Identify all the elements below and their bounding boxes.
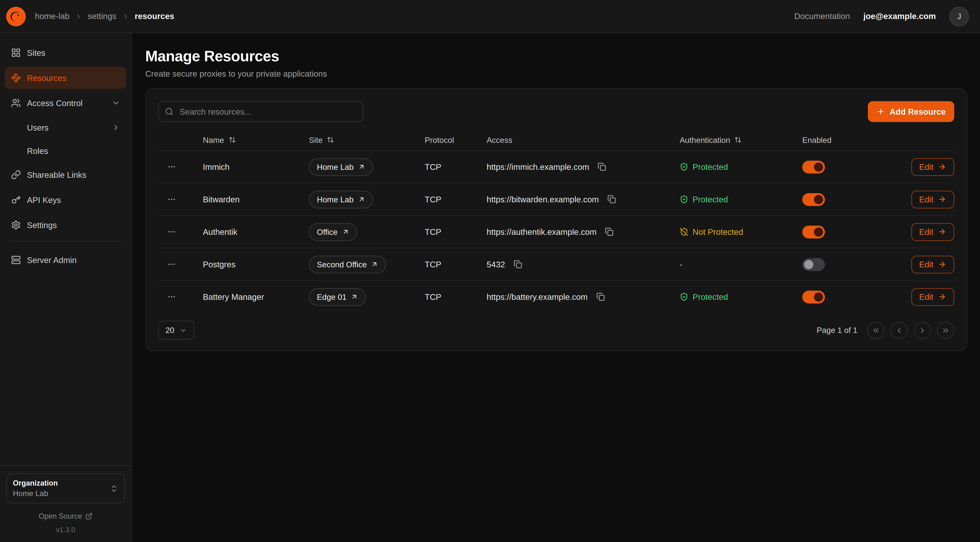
documentation-link[interactable]: Documentation	[794, 12, 850, 21]
sidebar-item-access-control[interactable]: Access Control	[5, 92, 126, 114]
link-icon	[11, 170, 21, 180]
breadcrumb-resources[interactable]: resources	[135, 12, 174, 21]
sidebar-item-label: Settings	[27, 220, 57, 230]
enabled-toggle[interactable]	[802, 161, 825, 173]
row-menu-button[interactable]	[163, 223, 180, 240]
enabled-toggle[interactable]	[802, 258, 825, 271]
sidebar-item-api-keys[interactable]: API Keys	[5, 189, 126, 211]
resource-protocol: TCP	[425, 227, 441, 236]
add-resource-button[interactable]: Add Resource	[868, 101, 954, 122]
enabled-toggle[interactable]	[802, 225, 825, 238]
arrow-right-icon	[938, 195, 946, 204]
arrow-right-icon	[938, 228, 946, 236]
app-logo-icon[interactable]	[6, 6, 26, 26]
sidebar-divider	[10, 241, 121, 242]
sidebar-item-shareable-links[interactable]: Shareable Links	[5, 164, 126, 186]
arrow-up-right-icon	[371, 261, 379, 268]
site-link[interactable]: Home Lab	[309, 158, 373, 176]
column-header-name[interactable]: Name	[203, 135, 309, 145]
site-link[interactable]: Edge 01	[309, 288, 366, 306]
auth-status: Protected	[680, 292, 728, 301]
sidebar-item-resources[interactable]: Resources	[5, 67, 126, 89]
copy-button[interactable]	[595, 159, 609, 174]
gear-icon	[11, 220, 21, 230]
page-title: Manage Resources	[145, 48, 967, 65]
site-pill-label: Edge 01	[317, 292, 347, 301]
row-menu-button[interactable]	[163, 288, 180, 305]
site-link[interactable]: Office	[309, 223, 357, 241]
edit-button[interactable]: Edit	[911, 158, 954, 176]
app-root: home-lab settings resources Documentatio…	[0, 0, 980, 542]
site-pill-label: Office	[317, 227, 337, 236]
ellipsis-icon	[167, 260, 176, 269]
row-menu-button[interactable]	[163, 256, 180, 273]
chevron-left-icon	[895, 326, 904, 335]
column-header-authentication[interactable]: Authentication	[680, 135, 802, 145]
copy-button[interactable]	[511, 257, 525, 272]
chevron-right-icon	[122, 13, 129, 20]
sidebar-item-users[interactable]: Users	[5, 117, 126, 138]
row-menu-button[interactable]	[163, 191, 180, 208]
sidebar-item-label: Server Admin	[27, 255, 76, 265]
users-icon	[11, 98, 21, 108]
site-link[interactable]: Second Office	[309, 255, 386, 273]
auth-label: Protected	[692, 195, 728, 204]
page-size-select[interactable]: 20	[158, 320, 194, 340]
edit-button[interactable]: Edit	[911, 288, 954, 306]
enabled-toggle[interactable]	[802, 290, 825, 303]
sidebar-item-settings[interactable]: Settings	[5, 214, 126, 236]
sidebar-item-roles[interactable]: Roles	[5, 140, 126, 161]
table-row: Postgres Second Office TCP 5432 -	[158, 248, 954, 280]
edit-button[interactable]: Edit	[911, 223, 954, 241]
organization-name: Home Lab	[13, 489, 58, 498]
server-icon	[11, 255, 21, 265]
toggle-knob	[814, 292, 823, 301]
sidebar-item-server-admin[interactable]: Server Admin	[5, 249, 126, 271]
open-source-link[interactable]: Open Source	[6, 512, 125, 521]
user-email[interactable]: joe@example.com	[863, 12, 936, 21]
resource-name: Authentik	[203, 227, 237, 236]
edit-button[interactable]: Edit	[911, 190, 954, 208]
pagination-right: Page 1 of 1	[817, 322, 955, 339]
breadcrumb: home-lab settings resources	[35, 12, 174, 21]
prev-page-button[interactable]	[891, 322, 908, 339]
resource-protocol: TCP	[425, 260, 441, 269]
chevron-right-icon	[111, 123, 120, 132]
copy-button[interactable]	[604, 192, 619, 207]
column-header-access: Access	[487, 135, 680, 145]
chevron-down-icon	[111, 99, 120, 107]
version-label: v1.3.0	[6, 526, 125, 533]
edit-button[interactable]: Edit	[911, 255, 954, 273]
enabled-toggle[interactable]	[802, 193, 825, 206]
sidebar-item-label: API Keys	[27, 195, 61, 204]
next-page-button[interactable]	[914, 322, 931, 339]
table-body: Immich Home Lab TCP https://immich.examp…	[158, 150, 954, 313]
site-link[interactable]: Home Lab	[309, 190, 373, 208]
column-header-site[interactable]: Site	[309, 135, 425, 145]
auth-label: Protected	[692, 162, 728, 172]
grid-icon	[11, 48, 21, 57]
organization-selector[interactable]: Organization Home Lab	[6, 473, 125, 504]
breadcrumb-home-lab[interactable]: home-lab	[35, 12, 70, 21]
sort-icon	[735, 136, 742, 143]
pagination-buttons	[867, 322, 954, 339]
sort-icon	[327, 136, 334, 143]
last-page-button[interactable]	[937, 322, 954, 339]
table-row: Battery Manager Edge 01 TCP https://batt…	[158, 280, 954, 313]
first-page-button[interactable]	[867, 322, 885, 339]
column-header-protocol: Protocol	[425, 135, 487, 145]
resource-access: https://bitwarden.example.com	[487, 195, 599, 204]
breadcrumb-settings[interactable]: settings	[88, 12, 116, 21]
column-label: Authentication	[680, 135, 730, 145]
arrow-right-icon	[938, 292, 946, 301]
arrow-right-icon	[938, 163, 946, 171]
sidebar-item-sites[interactable]: Sites	[5, 42, 126, 64]
search-input[interactable]	[178, 107, 357, 117]
row-menu-button[interactable]	[163, 158, 180, 175]
column-label: Access	[487, 135, 512, 145]
copy-button[interactable]	[593, 289, 608, 304]
avatar[interactable]: J	[949, 6, 969, 26]
page-size-value: 20	[165, 325, 174, 335]
auth-status: -	[680, 260, 682, 269]
copy-button[interactable]	[602, 225, 617, 239]
